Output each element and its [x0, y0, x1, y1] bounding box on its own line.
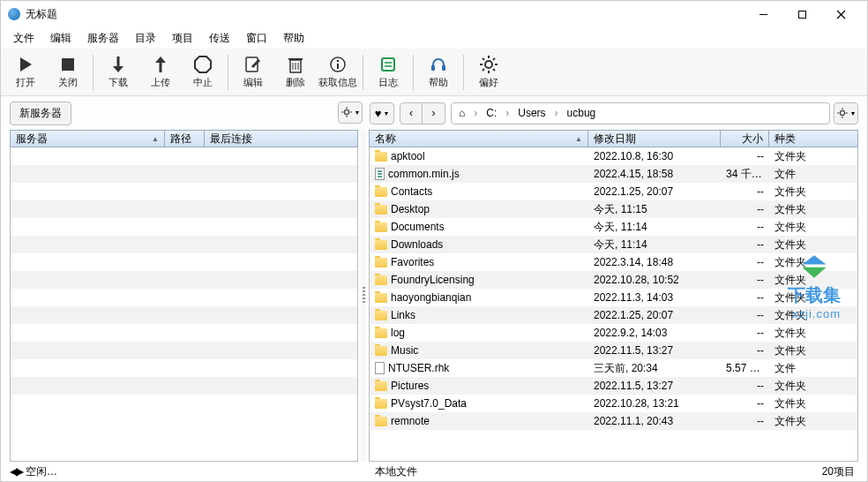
col-kind[interactable]: 种类: [769, 131, 857, 147]
table-row[interactable]: [11, 377, 357, 395]
menu-directory[interactable]: 目录: [128, 29, 163, 48]
minimize-button[interactable]: [744, 1, 782, 27]
folder-icon: [375, 381, 387, 391]
col-size[interactable]: 大小: [721, 131, 769, 147]
file-row[interactable]: Favorites2022.3.14, 18:48--文件夹: [370, 253, 857, 271]
tb-edit[interactable]: 编辑: [232, 50, 274, 94]
nav-back-button[interactable]: ‹: [400, 102, 423, 124]
chevron-left-icon: ‹: [409, 107, 413, 119]
table-row[interactable]: [11, 306, 357, 324]
tb-help[interactable]: 帮助: [417, 50, 460, 94]
file-name: PVsyst7.0_Data: [391, 397, 467, 410]
new-server-button[interactable]: 新服务器: [10, 102, 71, 125]
crumb-drive[interactable]: C:: [479, 103, 504, 124]
separator: [363, 55, 363, 90]
table-row[interactable]: [11, 218, 357, 236]
breadcrumb[interactable]: ⌂ › C: › Users › ucbug: [451, 102, 830, 124]
tb-getinfo[interactable]: 获取信息: [317, 50, 359, 94]
file-name: Pictures: [391, 380, 429, 392]
collapse-icon[interactable]: ◀▶: [10, 465, 22, 478]
tb-pref[interactable]: 偏好: [468, 50, 510, 94]
toolbar: 打开 关闭 下载 上传 中止 编辑 删除: [1, 49, 867, 96]
table-row[interactable]: [11, 324, 357, 342]
file-row[interactable]: common.min.js2022.4.15, 18:5834 千字节文件: [370, 165, 857, 183]
server-table-body[interactable]: [10, 147, 358, 462]
cell-size: --: [721, 415, 769, 427]
file-row[interactable]: Links2022.1.25, 20:07--文件夹: [370, 306, 857, 324]
col-mtime[interactable]: 修改日期: [588, 131, 721, 147]
table-row[interactable]: [11, 289, 357, 306]
file-row[interactable]: log2022.9.2, 14:03--文件夹: [370, 324, 857, 342]
cell-size: --: [721, 203, 769, 215]
col-path[interactable]: 路径: [165, 131, 205, 147]
window-title: 无标题: [26, 7, 744, 22]
table-row[interactable]: [11, 236, 357, 253]
cell-mtime: 2022.1.25, 20:07: [588, 309, 721, 321]
table-row[interactable]: [11, 271, 357, 289]
file-row[interactable]: NTUSER.rhk三天前, 20:345.57 兆…文件: [370, 359, 857, 377]
nav-forward-button[interactable]: ›: [423, 102, 445, 124]
cell-size: --: [721, 256, 769, 268]
menu-edit[interactable]: 编辑: [43, 29, 79, 48]
cell-size: --: [721, 274, 769, 286]
file-table-body[interactable]: apktool2022.10.8, 16:30--文件夹common.min.j…: [369, 147, 858, 462]
crumb-user[interactable]: ucbug: [560, 103, 603, 124]
right-gear-button[interactable]: ▼: [834, 102, 858, 124]
col-name[interactable]: 名称 ▲: [370, 131, 588, 147]
crumb-users[interactable]: Users: [511, 103, 552, 124]
file-row[interactable]: Music2022.11.5, 13:27--文件夹: [370, 342, 857, 359]
tb-close[interactable]: 关闭: [47, 50, 89, 94]
favorite-button[interactable]: ♥ ▼: [370, 102, 394, 124]
cell-mtime: 2022.1.25, 20:07: [588, 185, 721, 198]
chevron-right-icon: ›: [432, 107, 436, 119]
table-row[interactable]: [11, 395, 357, 412]
menu-help[interactable]: 帮助: [276, 29, 311, 48]
cell-mtime: 2022.9.2, 14:03: [588, 327, 721, 339]
table-row[interactable]: [11, 165, 357, 183]
cell-name: common.min.js: [370, 168, 588, 180]
left-gear-button[interactable]: ▼: [338, 102, 363, 124]
menu-server[interactable]: 服务器: [80, 29, 126, 48]
tb-upload[interactable]: 上传: [139, 50, 182, 94]
table-row[interactable]: [11, 342, 357, 359]
table-row[interactable]: [11, 253, 357, 271]
file-name: Downloads: [391, 238, 443, 251]
file-row[interactable]: Pictures2022.11.5, 13:27--文件夹: [370, 377, 857, 395]
maximize-button[interactable]: [782, 1, 821, 27]
heart-icon: ♥: [375, 107, 382, 120]
file-row[interactable]: Desktop今天, 11:15--文件夹: [370, 200, 857, 218]
menu-project[interactable]: 项目: [165, 29, 200, 48]
file-row[interactable]: remnote2022.11.1, 20:43--文件夹: [370, 412, 857, 430]
tb-open[interactable]: 打开: [4, 50, 47, 94]
table-row[interactable]: [11, 359, 357, 377]
col-server[interactable]: 服务器 ▲: [11, 131, 165, 147]
file-row[interactable]: apktool2022.10.8, 16:30--文件夹: [370, 147, 857, 165]
table-row[interactable]: [11, 147, 357, 165]
tb-download[interactable]: 下载: [97, 50, 139, 94]
file-name: Music: [391, 344, 418, 357]
file-table-header: 名称 ▲ 修改日期 大小 种类: [369, 130, 858, 147]
cell-mtime: 2022.4.15, 18:58: [588, 168, 721, 180]
menu-window[interactable]: 窗口: [239, 29, 274, 48]
folder-icon: [375, 417, 387, 426]
crumb-home[interactable]: ⌂: [452, 103, 472, 124]
file-row[interactable]: Contacts2022.1.25, 20:07--文件夹: [370, 183, 857, 200]
file-row[interactable]: Documents今天, 11:14--文件夹: [370, 218, 857, 236]
file-name: log: [391, 327, 405, 339]
table-row[interactable]: [11, 200, 357, 218]
file-row[interactable]: haoyongbianqian2022.11.3, 14:03--文件夹: [370, 289, 857, 306]
file-row[interactable]: FoundryLicensing2022.10.28, 10:52--文件夹: [370, 271, 857, 289]
col-last-connect[interactable]: 最后连接: [205, 131, 357, 147]
tb-log[interactable]: 日志: [367, 50, 409, 94]
tb-abort[interactable]: 中止: [182, 50, 224, 94]
file-row[interactable]: Downloads今天, 11:14--文件夹: [370, 236, 857, 253]
menu-transfer[interactable]: 传送: [202, 29, 237, 48]
tb-delete[interactable]: 删除: [274, 50, 317, 94]
close-button[interactable]: [821, 1, 860, 27]
cell-size: 5.57 兆…: [721, 361, 769, 376]
cell-kind: 文件夹: [769, 185, 857, 200]
menu-file[interactable]: 文件: [6, 29, 41, 48]
table-row[interactable]: [11, 183, 357, 200]
file-row[interactable]: PVsyst7.0_Data2022.10.28, 13:21--文件夹: [370, 395, 857, 412]
file-name: haoyongbianqian: [391, 291, 471, 304]
